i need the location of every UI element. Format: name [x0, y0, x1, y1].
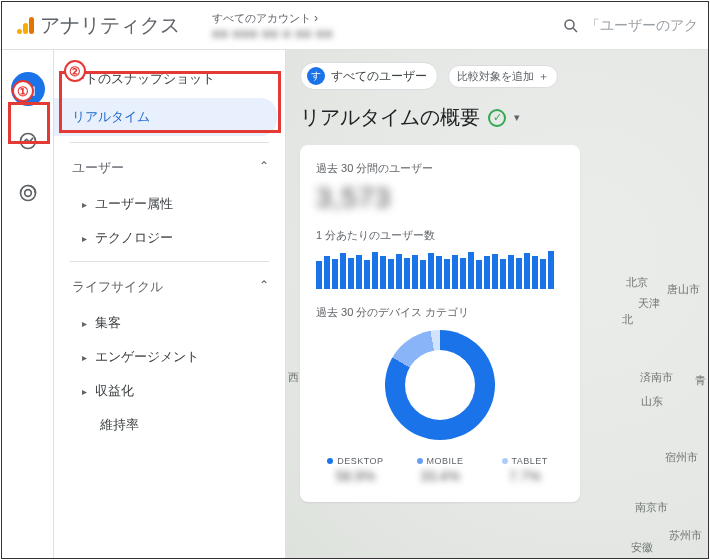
- nav-section-user[interactable]: ユーザー ⌃: [54, 149, 285, 187]
- svg-point-10: [24, 190, 31, 197]
- nav-acquisition-label: 集客: [95, 314, 121, 332]
- nav-user-attributes[interactable]: ▸ユーザー属性: [54, 187, 285, 221]
- nav-acquisition[interactable]: ▸集客: [54, 306, 285, 340]
- svg-point-3: [565, 20, 574, 29]
- nav-snapshot-label: ートのスナップショット: [72, 70, 215, 88]
- map-label-anhui: 安徽: [631, 540, 653, 555]
- nav-engagement[interactable]: ▸エンゲージメント: [54, 340, 285, 374]
- nav-technology[interactable]: ▸テクノロジー: [54, 221, 285, 255]
- rail-explore-button[interactable]: [11, 124, 45, 158]
- search-placeholder: 「ユーザーのアク: [586, 17, 698, 35]
- caret-icon: ▸: [82, 233, 87, 244]
- plus-icon: ＋: [538, 69, 549, 84]
- device-donut-chart: [385, 330, 495, 440]
- chevron-right-icon: ›: [314, 11, 318, 25]
- map-label-shandong: 山东: [641, 394, 663, 409]
- map-label-qing: 青: [695, 373, 706, 388]
- legend-desktop: DESKTOP 58.9%: [316, 456, 395, 484]
- legend-mobile: MOBILE 33.4%: [401, 456, 480, 484]
- legend-desktop-label: DESKTOP: [316, 456, 395, 466]
- add-comparison-label: 比較対象を追加: [457, 69, 534, 84]
- segment-all-users-chip[interactable]: す すべてのユーザー: [300, 62, 438, 90]
- legend-tablet-label: TABLET: [485, 456, 564, 466]
- map-label-jinan: 済南市: [640, 370, 673, 385]
- caret-icon: ▸: [82, 352, 87, 363]
- chip-all-users-label: すべてのユーザー: [331, 68, 427, 85]
- map-label-suzhou1: 苏州市: [669, 528, 702, 543]
- nav-realtime[interactable]: リアルタイム: [54, 98, 277, 136]
- ga-logo: [14, 15, 36, 37]
- annotation-2: ②: [64, 60, 86, 82]
- nav-retention[interactable]: 維持率: [54, 408, 285, 442]
- map-label-tangshan: 唐山市: [667, 282, 700, 297]
- chip-badge: す: [307, 67, 325, 85]
- map-label-nanjing: 南京市: [635, 500, 668, 515]
- search-icon: [562, 17, 580, 35]
- svg-rect-2: [29, 17, 34, 34]
- legend-tablet: TABLET 7.7%: [485, 456, 564, 484]
- legend-desktop-value: 58.9%: [316, 468, 395, 484]
- nav-section-lifecycle[interactable]: ライフサイクル ⌃: [54, 268, 285, 306]
- map-label-xi: 西: [288, 370, 299, 385]
- divider: [70, 261, 269, 262]
- nav-user-attributes-label: ユーザー属性: [95, 195, 173, 213]
- page-title: リアルタイムの概要: [300, 104, 480, 131]
- map-label-bei: 北: [622, 312, 633, 327]
- nav-technology-label: テクノロジー: [95, 229, 173, 247]
- check-circle-icon: ✓: [488, 109, 506, 127]
- account-detail: ■■ ■■■ ■■ ■ ■■ ■■: [212, 26, 333, 41]
- nav-engagement-label: エンゲージメント: [95, 348, 199, 366]
- map-label-suzhou2: 宿州市: [665, 450, 698, 465]
- svg-rect-1: [23, 23, 28, 34]
- nav-section-user-label: ユーザー: [72, 159, 124, 177]
- users-per-min-label: 1 分あたりのユーザー数: [316, 228, 564, 243]
- device-30min-label: 過去 30 分のデバイス カテゴリ: [316, 305, 564, 320]
- nav-section-lifecycle-label: ライフサイクル: [72, 278, 163, 296]
- nav-snapshot[interactable]: ートのスナップショット: [54, 60, 285, 98]
- users-30min-value: 3,573: [316, 182, 564, 214]
- nav-monetization-label: 収益化: [95, 382, 134, 400]
- annotation-1: ①: [12, 80, 34, 102]
- divider: [70, 142, 269, 143]
- rail-advertising-button[interactable]: [11, 176, 45, 210]
- caret-icon: ▸: [82, 318, 87, 329]
- map-label-beijing: 北京: [626, 275, 648, 290]
- search-box[interactable]: 「ユーザーのアク: [562, 17, 698, 35]
- account-label: すべてのアカウント: [212, 11, 311, 26]
- svg-rect-0: [17, 29, 22, 34]
- realtime-card: 過去 30 分間のユーザー 3,573 1 分あたりのユーザー数 過去 30 分…: [300, 145, 580, 502]
- nav-realtime-label: リアルタイム: [72, 108, 150, 126]
- users-per-min-bars: [316, 249, 564, 289]
- caret-icon: ▸: [82, 199, 87, 210]
- legend-tablet-value: 7.7%: [485, 468, 564, 484]
- caret-icon: ▸: [82, 386, 87, 397]
- chevron-up-icon: ⌃: [259, 278, 269, 296]
- legend-mobile-value: 33.4%: [401, 468, 480, 484]
- chevron-up-icon: ⌃: [259, 159, 269, 177]
- brand-title: アナリティクス: [40, 12, 180, 39]
- nav-monetization[interactable]: ▸収益化: [54, 374, 285, 408]
- add-comparison-chip[interactable]: 比較対象を追加 ＋: [448, 65, 558, 88]
- legend-mobile-label: MOBILE: [401, 456, 480, 466]
- chevron-down-icon[interactable]: ▾: [514, 111, 520, 124]
- users-30min-label: 過去 30 分間のユーザー: [316, 161, 564, 176]
- svg-line-4: [573, 28, 577, 32]
- nav-retention-label: 維持率: [100, 416, 139, 434]
- account-selector[interactable]: すべてのアカウント › ■■ ■■■ ■■ ■ ■■ ■■: [212, 11, 333, 41]
- map-label-tianjin: 天津: [638, 296, 660, 311]
